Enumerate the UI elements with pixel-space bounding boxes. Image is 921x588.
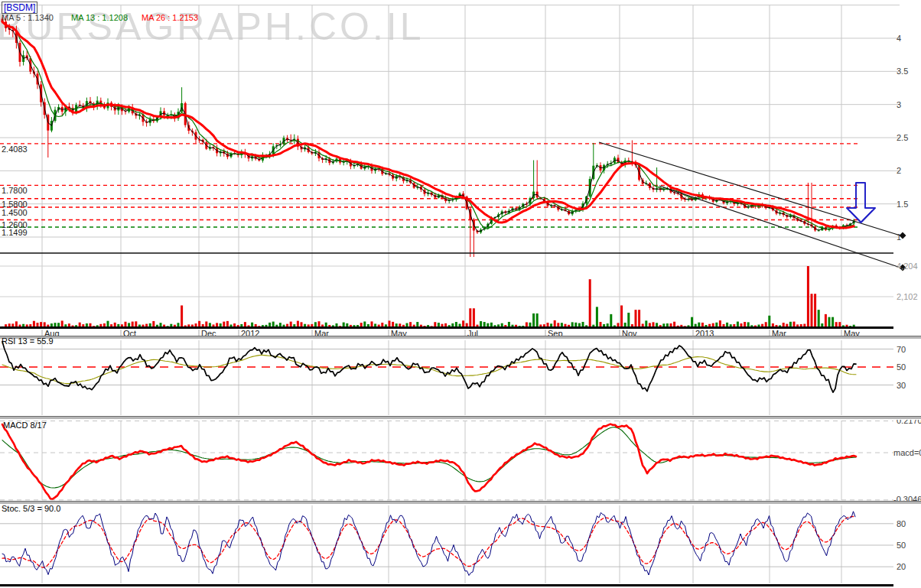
ma26-value-label: MA 26 : 1.2153 <box>142 13 198 22</box>
rsi-panel-label: RSI 13 = 55.9 <box>2 336 54 346</box>
ma5-value-label: MA 5 : 1.1340 <box>2 13 54 22</box>
bottom-border <box>0 584 893 586</box>
panel-separator <box>0 336 921 339</box>
legend: [BSDM] MA 5 : 1.1340 MA 13 : 1.1208 MA 2… <box>2 0 37 14</box>
ma13-value-label: MA 13 : 1.1208 <box>71 13 128 22</box>
chart-window: BURSAGRAPH.CO.IL AugOctDec2012MarMayJulS… <box>0 0 921 588</box>
chart-canvas[interactable] <box>0 0 921 588</box>
ticker-symbol: [BSDM] <box>2 2 37 14</box>
stoch-panel-label: Stoc. 5/3 = 90.0 <box>2 504 60 513</box>
macd-panel-label: MACD 8/17 <box>3 421 47 430</box>
panel-separator <box>0 501 921 505</box>
panel-separator <box>0 416 921 420</box>
